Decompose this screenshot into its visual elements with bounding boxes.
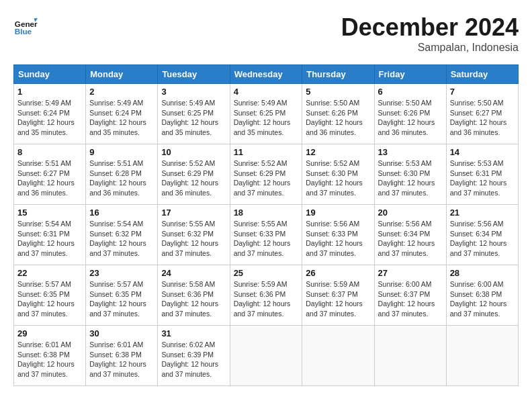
day-number: 9 — [89, 147, 154, 157]
weekday-header: Monday — [86, 65, 158, 84]
day-number: 26 — [306, 268, 370, 278]
day-info: Sunrise: 5:50 AMSunset: 6:27 PMDaylight:… — [450, 98, 515, 138]
day-number: 1 — [17, 87, 82, 97]
day-number: 23 — [89, 268, 154, 278]
calendar-day-cell: 25Sunrise: 5:59 AMSunset: 6:36 PMDayligh… — [230, 265, 302, 326]
calendar-day-cell — [446, 326, 518, 386]
day-info: Sunrise: 5:56 AMSunset: 6:34 PMDaylight:… — [450, 219, 515, 259]
day-number: 25 — [234, 268, 299, 278]
title-block: December 2024 Sampalan, Indonesia — [341, 13, 519, 54]
day-number: 4 — [234, 87, 299, 97]
calendar-day-cell: 19Sunrise: 5:56 AMSunset: 6:33 PMDayligh… — [302, 205, 374, 265]
day-info: Sunrise: 6:00 AMSunset: 6:37 PMDaylight:… — [378, 279, 443, 319]
day-number: 14 — [450, 147, 515, 157]
day-info: Sunrise: 5:59 AMSunset: 6:37 PMDaylight:… — [306, 279, 370, 319]
day-info: Sunrise: 5:56 AMSunset: 6:33 PMDaylight:… — [306, 219, 370, 259]
day-number: 30 — [89, 328, 154, 338]
calendar-day-cell — [302, 326, 374, 386]
weekday-header: Thursday — [302, 65, 374, 84]
calendar-day-cell: 23Sunrise: 5:57 AMSunset: 6:35 PMDayligh… — [86, 265, 158, 326]
svg-text:Blue: Blue — [15, 27, 32, 36]
calendar-day-cell: 4Sunrise: 5:49 AMSunset: 6:25 PMDaylight… — [230, 84, 302, 144]
calendar-day-cell: 31Sunrise: 6:02 AMSunset: 6:39 PMDayligh… — [158, 326, 230, 386]
calendar-day-cell: 28Sunrise: 6:00 AMSunset: 6:38 PMDayligh… — [446, 265, 518, 326]
calendar-week-row: 1Sunrise: 5:49 AMSunset: 6:24 PMDaylight… — [14, 84, 519, 144]
day-number: 5 — [306, 87, 370, 97]
day-info: Sunrise: 5:56 AMSunset: 6:34 PMDaylight:… — [378, 219, 443, 259]
logo-icon: General Blue — [13, 13, 38, 38]
day-number: 12 — [306, 147, 370, 157]
calendar-day-cell: 13Sunrise: 5:53 AMSunset: 6:30 PMDayligh… — [374, 144, 446, 205]
day-number: 27 — [378, 268, 443, 278]
day-number: 2 — [89, 87, 154, 97]
day-info: Sunrise: 5:57 AMSunset: 6:35 PMDaylight:… — [89, 279, 154, 319]
day-number: 29 — [17, 328, 82, 338]
day-info: Sunrise: 6:00 AMSunset: 6:38 PMDaylight:… — [450, 279, 515, 319]
day-info: Sunrise: 5:55 AMSunset: 6:33 PMDaylight:… — [234, 219, 299, 259]
calendar-day-cell: 27Sunrise: 6:00 AMSunset: 6:37 PMDayligh… — [374, 265, 446, 326]
day-info: Sunrise: 5:49 AMSunset: 6:24 PMDaylight:… — [17, 98, 82, 138]
day-info: Sunrise: 5:49 AMSunset: 6:24 PMDaylight:… — [89, 98, 154, 138]
weekday-header: Tuesday — [158, 65, 230, 84]
weekday-header-row: SundayMondayTuesdayWednesdayThursdayFrid… — [14, 65, 519, 84]
calendar-day-cell: 14Sunrise: 5:53 AMSunset: 6:31 PMDayligh… — [446, 144, 518, 205]
calendar-day-cell: 7Sunrise: 5:50 AMSunset: 6:27 PMDaylight… — [446, 84, 518, 144]
day-info: Sunrise: 5:59 AMSunset: 6:36 PMDaylight:… — [234, 279, 299, 319]
calendar-day-cell: 1Sunrise: 5:49 AMSunset: 6:24 PMDaylight… — [14, 84, 86, 144]
day-number: 6 — [378, 87, 443, 97]
calendar-day-cell: 30Sunrise: 6:01 AMSunset: 6:38 PMDayligh… — [86, 326, 158, 386]
calendar-day-cell: 9Sunrise: 5:51 AMSunset: 6:28 PMDaylight… — [86, 144, 158, 205]
day-number: 10 — [161, 147, 226, 157]
day-info: Sunrise: 5:49 AMSunset: 6:25 PMDaylight:… — [161, 98, 226, 138]
day-number: 8 — [17, 147, 82, 157]
weekday-header: Sunday — [14, 65, 86, 84]
day-number: 22 — [17, 268, 82, 278]
calendar-day-cell: 6Sunrise: 5:50 AMSunset: 6:26 PMDaylight… — [374, 84, 446, 144]
calendar-day-cell: 5Sunrise: 5:50 AMSunset: 6:26 PMDaylight… — [302, 84, 374, 144]
logo: General Blue — [13, 13, 38, 38]
month-title: December 2024 — [341, 13, 519, 42]
day-info: Sunrise: 5:54 AMSunset: 6:31 PMDaylight:… — [17, 219, 82, 259]
calendar-day-cell: 16Sunrise: 5:54 AMSunset: 6:32 PMDayligh… — [86, 205, 158, 265]
weekday-header: Friday — [374, 65, 446, 84]
day-number: 3 — [161, 87, 226, 97]
calendar-day-cell: 17Sunrise: 5:55 AMSunset: 6:32 PMDayligh… — [158, 205, 230, 265]
calendar-week-row: 29Sunrise: 6:01 AMSunset: 6:38 PMDayligh… — [14, 326, 519, 386]
day-number: 19 — [306, 208, 370, 218]
day-number: 11 — [234, 147, 299, 157]
day-number: 24 — [161, 268, 226, 278]
calendar-day-cell: 26Sunrise: 5:59 AMSunset: 6:37 PMDayligh… — [302, 265, 374, 326]
calendar-day-cell: 8Sunrise: 5:51 AMSunset: 6:27 PMDaylight… — [14, 144, 86, 205]
calendar-table: SundayMondayTuesdayWednesdayThursdayFrid… — [13, 64, 519, 386]
calendar-day-cell: 15Sunrise: 5:54 AMSunset: 6:31 PMDayligh… — [14, 205, 86, 265]
day-number: 16 — [89, 208, 154, 218]
day-info: Sunrise: 6:01 AMSunset: 6:38 PMDaylight:… — [17, 340, 82, 379]
calendar-day-cell: 22Sunrise: 5:57 AMSunset: 6:35 PMDayligh… — [14, 265, 86, 326]
day-info: Sunrise: 5:58 AMSunset: 6:36 PMDaylight:… — [161, 279, 226, 319]
day-info: Sunrise: 5:53 AMSunset: 6:30 PMDaylight:… — [378, 158, 443, 198]
day-number: 15 — [17, 208, 82, 218]
day-info: Sunrise: 5:50 AMSunset: 6:26 PMDaylight:… — [306, 98, 370, 138]
calendar-week-row: 22Sunrise: 5:57 AMSunset: 6:35 PMDayligh… — [14, 265, 519, 326]
weekday-header: Wednesday — [230, 65, 302, 84]
day-info: Sunrise: 5:52 AMSunset: 6:29 PMDaylight:… — [161, 158, 226, 198]
day-number: 13 — [378, 147, 443, 157]
day-info: Sunrise: 5:51 AMSunset: 6:27 PMDaylight:… — [17, 158, 82, 198]
day-info: Sunrise: 5:50 AMSunset: 6:26 PMDaylight:… — [378, 98, 443, 138]
calendar-day-cell: 11Sunrise: 5:52 AMSunset: 6:29 PMDayligh… — [230, 144, 302, 205]
day-info: Sunrise: 5:57 AMSunset: 6:35 PMDaylight:… — [17, 279, 82, 319]
calendar-week-row: 8Sunrise: 5:51 AMSunset: 6:27 PMDaylight… — [14, 144, 519, 205]
calendar-day-cell: 21Sunrise: 5:56 AMSunset: 6:34 PMDayligh… — [446, 205, 518, 265]
weekday-header: Saturday — [446, 65, 518, 84]
day-number: 28 — [450, 268, 515, 278]
calendar-day-cell — [230, 326, 302, 386]
day-info: Sunrise: 5:51 AMSunset: 6:28 PMDaylight:… — [89, 158, 154, 198]
day-number: 20 — [378, 208, 443, 218]
day-info: Sunrise: 5:49 AMSunset: 6:25 PMDaylight:… — [234, 98, 299, 138]
calendar-day-cell: 20Sunrise: 5:56 AMSunset: 6:34 PMDayligh… — [374, 205, 446, 265]
calendar-week-row: 15Sunrise: 5:54 AMSunset: 6:31 PMDayligh… — [14, 205, 519, 265]
day-info: Sunrise: 6:02 AMSunset: 6:39 PMDaylight:… — [161, 340, 226, 379]
calendar-day-cell: 12Sunrise: 5:52 AMSunset: 6:30 PMDayligh… — [302, 144, 374, 205]
calendar-day-cell: 2Sunrise: 5:49 AMSunset: 6:24 PMDaylight… — [86, 84, 158, 144]
day-number: 31 — [161, 328, 226, 338]
